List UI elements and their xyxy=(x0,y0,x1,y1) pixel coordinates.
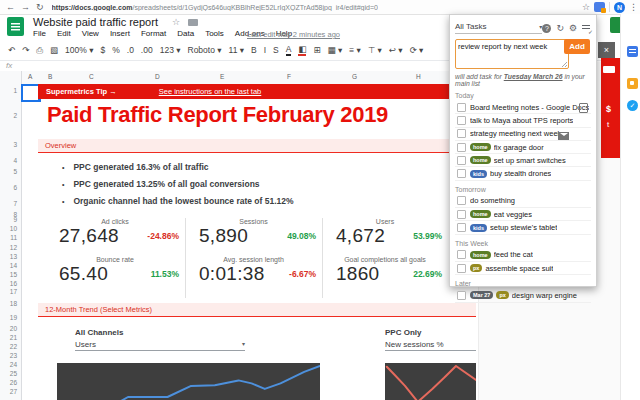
task-row[interactable]: Mar 27pxdesign warp engine xyxy=(455,289,591,302)
task-row[interactable]: strategy meeting next week xyxy=(455,128,591,141)
task-row[interactable]: talk to Maya about TPS reports xyxy=(455,114,591,127)
column-header-G[interactable]: G xyxy=(352,73,357,80)
row-header-6[interactable]: 6 xyxy=(13,184,17,191)
task-row[interactable]: do something xyxy=(455,195,591,208)
font-select[interactable]: Roboto ▾ xyxy=(188,45,222,55)
row-header-27[interactable]: 27 xyxy=(10,388,17,395)
undo-icon[interactable]: ↶ xyxy=(8,45,15,55)
currency-icon[interactable]: $ xyxy=(100,45,105,55)
column-header-A[interactable]: A xyxy=(28,73,32,80)
row-header-20[interactable]: 20 xyxy=(10,325,17,332)
fill-color-icon[interactable]: ◧ xyxy=(298,45,306,56)
paint-format-icon[interactable]: ▧ xyxy=(50,45,58,55)
task-checkbox[interactable] xyxy=(457,129,466,138)
doc-star-icon[interactable]: ☆ xyxy=(172,17,180,27)
shortcut-check-icon[interactable]: ✓ xyxy=(627,100,638,111)
shortcut-orange-icon[interactable] xyxy=(627,78,638,89)
add-task-button[interactable]: Add xyxy=(564,39,590,54)
row-header-18[interactable]: 18 xyxy=(10,300,17,307)
row-header-5[interactable]: 5 xyxy=(13,168,17,175)
task-row[interactable]: homefeed the cat xyxy=(455,249,591,262)
rotate-text-icon[interactable]: ⟳ ▾ xyxy=(410,45,424,55)
sheets-logo-icon[interactable] xyxy=(7,17,24,36)
font-size-select[interactable]: 11 ▾ xyxy=(229,45,244,55)
row-header-12[interactable]: 12 xyxy=(10,244,17,251)
bold-icon[interactable]: B xyxy=(251,45,257,55)
row-header-23[interactable]: 23 xyxy=(10,352,17,359)
promo-close-button[interactable]: × xyxy=(598,42,615,58)
task-checkbox[interactable] xyxy=(457,250,466,259)
task-checkbox[interactable] xyxy=(457,223,466,232)
decrease-decimals-icon[interactable]: .0 xyxy=(127,45,134,55)
address-bar[interactable]: https://docs.google.com/spreadsheets/d/1… xyxy=(52,4,378,11)
percent-icon[interactable]: % xyxy=(112,45,120,55)
strikethrough-icon[interactable]: S xyxy=(273,45,279,55)
row-headers[interactable]: 1234567891011121314151617181920212223242… xyxy=(0,84,22,400)
wrap-text-icon[interactable]: ↩ ▾ xyxy=(389,45,403,55)
task-list-select[interactable]: All Tasks ▾ xyxy=(455,22,542,34)
task-checkbox[interactable] xyxy=(457,116,466,125)
row-header-10[interactable]: 10 xyxy=(10,225,17,232)
menu-data[interactable]: Data xyxy=(177,29,194,38)
row-header-7[interactable]: 7 xyxy=(13,200,17,207)
column-header-B[interactable]: B xyxy=(48,73,52,80)
browser-avatar[interactable]: N xyxy=(614,2,625,13)
task-row[interactable]: homefix garage door xyxy=(455,141,591,154)
metric-dropdown[interactable]: New sessions % xyxy=(385,340,476,351)
extension-icon[interactable] xyxy=(594,2,605,12)
task-row[interactable]: homeset up smart switches xyxy=(455,154,591,167)
settings-gear-icon[interactable]: ⚙ xyxy=(569,23,577,33)
row-header-13[interactable]: 13 xyxy=(10,253,17,260)
row-header-15[interactable]: 15 xyxy=(10,271,17,278)
banner-instructions-link[interactable]: See instructions on the last tab xyxy=(159,87,262,96)
last-edit-link[interactable]: Last edit was 2 minutes ago xyxy=(247,30,340,39)
task-list-icon[interactable] xyxy=(582,24,591,33)
column-headers[interactable]: ABCDEFGH xyxy=(0,71,478,85)
menu-edit[interactable]: Edit xyxy=(57,29,71,38)
print-icon[interactable]: ⎙ xyxy=(36,45,43,56)
redo-icon[interactable]: ↷ xyxy=(22,45,29,55)
row-header-1[interactable]: 1 xyxy=(13,87,17,94)
row-header-22[interactable]: 22 xyxy=(10,343,17,350)
task-checkbox[interactable] xyxy=(457,169,466,178)
borders-icon[interactable]: ⊞ xyxy=(313,45,320,55)
forward-icon[interactable]: → xyxy=(21,2,30,12)
menu-file[interactable]: File xyxy=(33,29,46,38)
sync-icon[interactable]: ↻ xyxy=(556,23,564,33)
column-header-H[interactable]: H xyxy=(416,73,421,80)
row-header-26[interactable]: 26 xyxy=(10,379,17,386)
row-header-17[interactable]: 17 xyxy=(10,288,17,295)
row-header-11[interactable]: 11 xyxy=(10,234,17,241)
task-checkbox[interactable] xyxy=(457,156,466,165)
task-checkbox[interactable] xyxy=(457,291,466,300)
task-row[interactable]: Board Meeting notes - Google Docs xyxy=(455,101,591,114)
merge-cells-icon[interactable]: ▦ ▾ xyxy=(328,45,343,55)
menu-tools[interactable]: Tools xyxy=(205,29,224,38)
italic-icon[interactable]: I xyxy=(264,45,266,55)
task-row[interactable]: kidssetup stewie's tablet xyxy=(455,221,591,234)
task-checkbox[interactable] xyxy=(457,143,466,152)
task-checkbox[interactable] xyxy=(457,210,466,219)
resize-handle[interactable] xyxy=(562,62,567,67)
new-task-input[interactable]: review report by next week xyxy=(455,39,569,69)
vertical-align-icon[interactable]: ⊤ ▾ xyxy=(368,45,382,55)
row-header-3[interactable]: 3 xyxy=(13,141,17,148)
menu-view[interactable]: View xyxy=(82,29,99,38)
menu-insert[interactable]: Insert xyxy=(110,29,130,38)
browser-menu-icon[interactable]: ⋮ xyxy=(629,2,638,12)
task-checkbox[interactable] xyxy=(457,264,466,273)
align-icon[interactable]: ≡ ▾ xyxy=(349,45,361,55)
task-row[interactable]: pxassemble space suit xyxy=(455,262,591,275)
mail-icon[interactable] xyxy=(558,132,569,140)
document-title[interactable]: Website paid traffic report xyxy=(33,16,158,28)
increase-decimals-icon[interactable]: .00 xyxy=(141,45,153,55)
row-header-14[interactable]: 14 xyxy=(10,262,17,269)
row-header-19[interactable]: 19 xyxy=(10,314,17,321)
menu-format[interactable]: Format xyxy=(141,29,166,38)
column-header-E[interactable]: E xyxy=(220,73,224,80)
column-header-C[interactable]: C xyxy=(89,73,94,80)
refresh-icon[interactable]: ↻ xyxy=(36,2,44,12)
row-header-25[interactable]: 25 xyxy=(10,370,17,377)
metric-dropdown[interactable]: Users▾ xyxy=(75,340,245,351)
row-header-16[interactable]: 16 xyxy=(10,280,17,287)
